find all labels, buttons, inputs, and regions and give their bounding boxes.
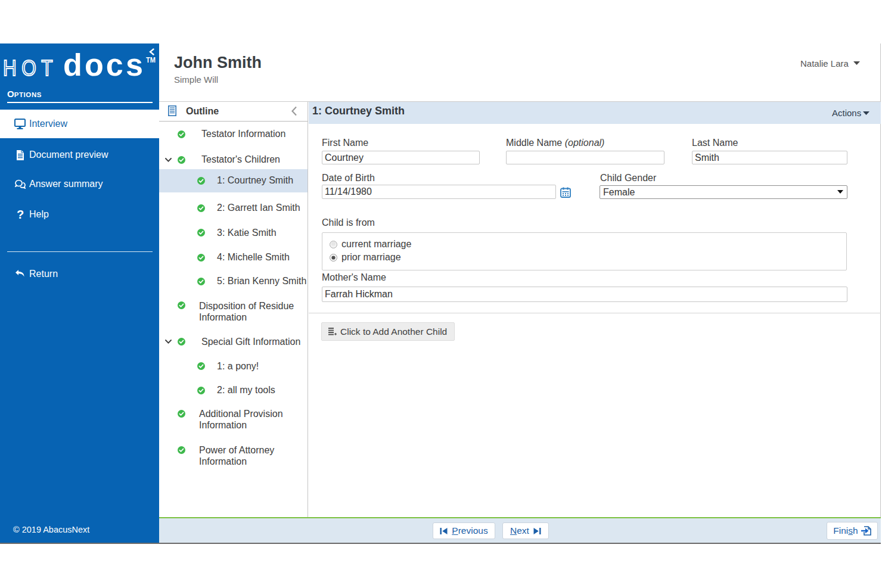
svg-text:HOT: HOT xyxy=(3,56,58,79)
svg-text:docs: docs xyxy=(63,48,145,79)
svg-text:TM: TM xyxy=(146,56,156,64)
